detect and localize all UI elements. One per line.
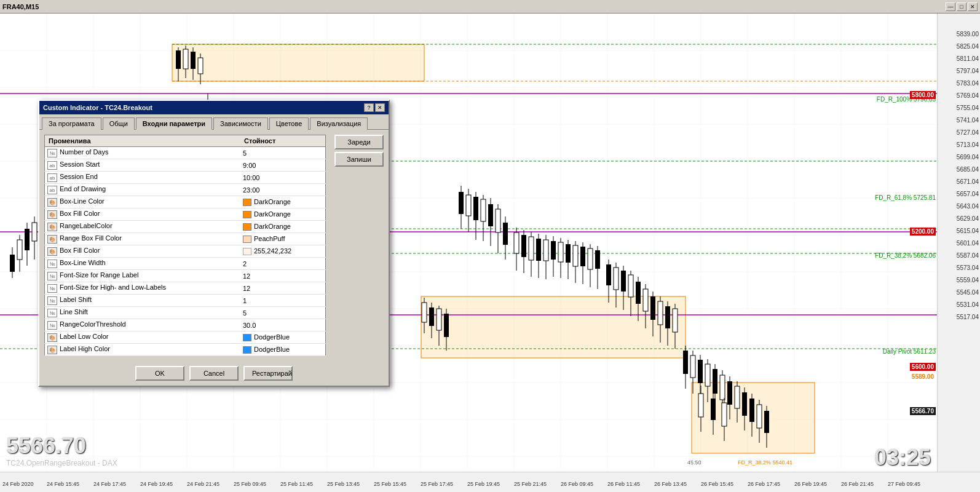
table-row: 🎨Label Low Color DodgerBlue [45, 331, 326, 344]
time-label-4: 24 Feb 21:45 [187, 481, 219, 487]
table-row: 🎨Range Box Fill Color PeachPuff [45, 233, 326, 245]
minimize-button[interactable]: — [946, 2, 955, 11]
price-box-5566: 5566.70 [910, 407, 936, 415]
price-label-5589: 5589.00 [910, 373, 936, 381]
price-5573: 5573.04 [957, 264, 979, 271]
save-button[interactable]: Запиши [334, 152, 384, 167]
color-swatch [243, 211, 251, 218]
param-name: №rr [45, 356, 240, 357]
price-5587: 5587.04 [957, 252, 979, 259]
param-value[interactable]: 1 [240, 295, 326, 307]
dialog-help-button[interactable]: ? [364, 103, 374, 112]
param-value[interactable]: 9:00 [240, 159, 326, 172]
title-bar-buttons: — □ ✕ [946, 2, 978, 11]
time-label-0: 24 Feb 2020 [2, 481, 34, 487]
int-icon: № [47, 321, 57, 330]
svg-rect-118 [614, 268, 618, 290]
tab-visualization[interactable]: Визуализация [310, 117, 368, 130]
bottom-buttons: OK Cancel Рестартирай [39, 361, 389, 386]
param-value[interactable]: DodgerBlue [240, 331, 326, 344]
price-5643: 5643.04 [957, 203, 979, 210]
content-row: Променлива Стойност №Number of Days 5 [44, 135, 384, 356]
svg-rect-138 [690, 355, 695, 378]
param-value[interactable]: 2 [240, 258, 326, 270]
color-swatch [243, 199, 251, 206]
restart-button[interactable]: Рестартирай [243, 366, 293, 381]
tab-dependencies[interactable]: Зависимости [213, 117, 268, 130]
price-5839: 5839.00 [957, 31, 979, 38]
table-row: 🎨Box Fill Color DarkOrange [45, 208, 326, 221]
color-swatch [243, 223, 251, 231]
ok-button[interactable]: OK [135, 366, 184, 381]
tab-colors[interactable]: Цветове [269, 117, 309, 130]
param-value[interactable]: 10:00 [240, 172, 326, 184]
price-5615: 5615.04 [957, 228, 979, 234]
tab-inputs[interactable]: Входни параметри [136, 117, 212, 130]
param-value[interactable]: 23:00 [240, 184, 326, 196]
price-5811: 5811.04 [957, 55, 979, 62]
time-label-3: 24 Feb 19:45 [140, 481, 173, 487]
cancel-button[interactable]: Cancel [189, 366, 239, 381]
price-5713: 5713.04 [957, 141, 979, 148]
param-value[interactable]: DarkOrange [240, 221, 326, 233]
ab-icon: ab [47, 173, 57, 182]
current-time: 03:25 [874, 445, 931, 470]
bottom-left-info: 5566.70 TC24.OpenRangeBreakout - DAX [6, 433, 117, 467]
close-button[interactable]: ✕ [968, 2, 978, 11]
int-icon: № [47, 309, 57, 317]
param-value[interactable]: 12 [240, 270, 326, 282]
tab-general[interactable]: Общи [103, 117, 135, 130]
svg-rect-60 [183, 49, 188, 69]
param-value[interactable]: DarkOrange [240, 196, 326, 208]
table-row: №Line Shift 5 [45, 307, 326, 319]
fib-label-bottom: FD_R_38,2% 5540.41 [738, 459, 792, 466]
svg-rect-140 [698, 360, 703, 383]
svg-rect-100 [543, 240, 548, 261]
param-value[interactable]: 33 [240, 356, 326, 357]
param-value[interactable]: 5 [240, 147, 326, 159]
svg-rect-78 [459, 192, 464, 214]
svg-rect-120 [621, 271, 626, 292]
int-icon: № [47, 149, 57, 157]
restore-button[interactable]: □ [957, 2, 966, 11]
color-icon: 🎨 [47, 247, 57, 256]
time-axis: 24 Feb 2020 24 Feb 15:45 24 Feb 17:45 24… [0, 472, 980, 492]
color-swatch [243, 334, 251, 341]
dialog-close-button[interactable]: ✕ [375, 103, 385, 112]
svg-rect-116 [606, 264, 611, 285]
table-row: abSession End 10:00 [45, 172, 326, 184]
time-label-7: 25 Feb 13:45 [327, 481, 360, 487]
price-5517: 5517.04 [957, 314, 979, 320]
svg-rect-104 [558, 242, 563, 262]
param-value[interactable]: 255,242,232 [240, 245, 326, 258]
svg-rect-82 [473, 197, 478, 220]
params-table-wrapper[interactable]: Променлива Стойност №Number of Days 5 [44, 135, 326, 356]
table-row: №rr 33 [45, 356, 326, 357]
time-label-18: 26 Feb 21:45 [841, 481, 874, 487]
svg-rect-162 [711, 399, 716, 420]
price-5769: 5769.04 [957, 92, 979, 99]
param-value[interactable]: DarkOrange [240, 208, 326, 221]
indicator-label: TC24.OpenRangeBreakout - DAX [6, 459, 117, 467]
price-5825: 5825.04 [957, 43, 979, 50]
svg-rect-64 [198, 58, 203, 74]
param-value[interactable]: PeachPuff [240, 233, 326, 245]
table-row: №RangeColorThreshold 30.0 [45, 319, 326, 331]
param-value[interactable]: 12 [240, 282, 326, 295]
color-icon: 🎨 [47, 346, 57, 354]
param-value[interactable]: 5 [240, 307, 326, 319]
svg-rect-94 [521, 235, 526, 257]
time-label-19: 27 Feb 09:45 [888, 481, 920, 487]
tab-about[interactable]: За програмата [42, 117, 101, 130]
table-row: №Font-Size for High- and Low-Labels 12 [45, 282, 326, 295]
load-button[interactable]: Зареди [334, 135, 384, 149]
table-row: №Font-Size for Range Label 12 [45, 270, 326, 282]
param-value[interactable]: DodgerBlue [240, 344, 326, 356]
svg-rect-72 [429, 308, 434, 326]
time-label-1: 24 Feb 15:45 [47, 481, 79, 487]
table-row: №Label Shift 1 [45, 295, 326, 307]
dialog-title-bar: Custom Indicator - TC24.Breakout ? ✕ [39, 101, 389, 114]
param-value[interactable]: 30.0 [240, 319, 326, 331]
table-row: 🎨Box Fill Color 255,242,232 [45, 245, 326, 258]
table-row: №Number of Days 5 [45, 147, 326, 159]
